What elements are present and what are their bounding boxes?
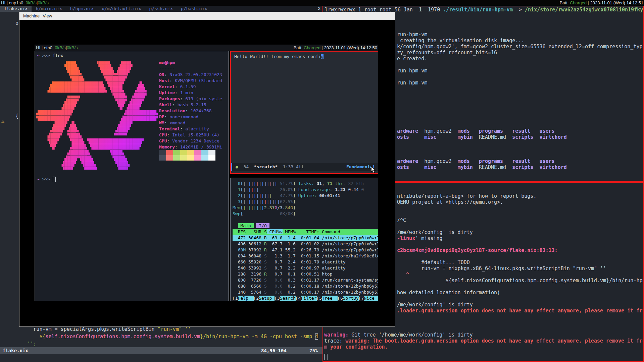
palette-cell (159, 155, 166, 161)
term-line: 472 30468 R 69.0 1.4 0:01.04 /nix/store/… (233, 235, 378, 241)
terminal-output-lines: run-hpm-vm creating the virtualisation d… (397, 32, 644, 170)
modeline-percent: 75% (309, 347, 318, 354)
term-line: -linux' missing (397, 235, 644, 241)
term-line: run-hpm-vm (397, 68, 644, 74)
editor-tab-bar: flake.nixh/main.nixh/hpm.nixu/m/default.… (0, 6, 323, 12)
nixos-logo: ▗▄▄▄ ▗▄▄▄▄ ▄▄▄▖ ▜███▙ ▜███▙ ▟███▛ ▜███▙ … (36, 59, 158, 173)
modeline-filename: flake.nix (3, 347, 28, 354)
term-line (397, 211, 644, 217)
term-line (397, 296, 644, 302)
vm-status-bar: HI | eth0: 0kB/s|0kB/s Batt: Charged | 2… (35, 45, 378, 51)
term-line: HI | eth0: 0kB/s|0kB/s (36, 45, 78, 51)
term-line: DE: none+xmonad (159, 114, 222, 120)
term-line (397, 284, 644, 290)
term-line: 808 7720 S 0.0 0.3 0:01.17 /run/current-… (233, 277, 378, 283)
menu-item-view[interactable]: View (43, 12, 52, 20)
term-line: Mem[||||||||2.37G/3.84G] (233, 205, 378, 211)
term-line: OS: NixOS 23.05.20231023 (159, 72, 222, 78)
vm-htop-window[interactable]: 0[||||||||||||| 51.7%] Tasks: 31, 71 thr… (230, 178, 378, 301)
qemu-window[interactable]: MachineView HI | eth0: 0kB/s|0kB/s Batt:… (19, 12, 395, 327)
editor-tab-u/m/default.nix[interactable]: u/m/default.nix (98, 6, 145, 12)
term-line: warning: Git tree '/home/me/work/config'… (324, 332, 644, 338)
term-line: osts misc mybin README.md scripts virtch… (397, 164, 644, 170)
htop-content[interactable]: 0[||||||||||||| 51.7%] Tasks: 31, 71 thr… (233, 181, 378, 301)
terminal-output-clipped: ntribute/report-a-bug> for how to report… (397, 193, 644, 314)
editor-tab-p/bash.nix[interactable]: p/bash.nix (177, 6, 211, 12)
palette-cell (194, 150, 201, 155)
term-line (397, 152, 644, 158)
vm-emacs-window[interactable]: Hello World!! from my emacs config ● 34 … (230, 51, 378, 174)
term-line (397, 98, 644, 104)
term-line: 288 3196 R 0.7 0.1 0:00.51 htop (233, 271, 378, 277)
terminal-warning-lines: warning: Git tree '/home/me/work/config'… (324, 332, 644, 350)
term-line: ardware hpm.qcow2 mods programs result u… (397, 158, 644, 164)
term-line (397, 241, 644, 247)
host-status-bar: HI | enp1s0: 0kB/s|0kB/s Batt: Charged |… (0, 0, 644, 6)
editor-stray-brace: { (15, 113, 18, 119)
term-line: CPU: Intel i5-8250U (4) (159, 132, 222, 138)
vm-battery-clock: Batt: Charged | 2023-11-01 (Wed) 14:12:5… (294, 45, 377, 51)
term-line: trace: warning: The boot.loader.grub.ver… (324, 338, 644, 344)
term-line: Batt: Charged | 2023-11-01 (Wed) 14:12:5… (560, 0, 643, 6)
term-line: e created. (397, 56, 644, 62)
terminal-cursor (324, 354, 328, 360)
editor-tab-h/main.nix[interactable]: h/main.nix (32, 6, 66, 12)
term-line: ~ >>> (37, 176, 56, 182)
palette-cell (187, 155, 194, 161)
editor-tab-flake.nix[interactable]: flake.nix (0, 6, 32, 12)
term-line (397, 205, 644, 211)
qemu-menubar: MachineView (19, 12, 395, 20)
close-icon[interactable]: X (318, 6, 320, 12)
menu-item-machine[interactable]: Machine (23, 12, 40, 20)
term-line: Kernel: 6.1.59 (159, 84, 222, 90)
term-line: Swp[ 0K/0K] (233, 211, 378, 217)
term-line: F1Help F2Setup F3SearchF4FilterF5Tree F6… (233, 295, 378, 301)
term-line: 1[|||||| 26.0%] Load average: 1.23 0.44 … (233, 187, 378, 193)
term-line (233, 217, 378, 223)
modeline-accent-bar (231, 163, 232, 171)
desktop: HI | enp1s0: 0kB/s|0kB/s Batt: Charged |… (0, 0, 644, 362)
emacs-buffer-text: Hello World!! from my emacs config (234, 54, 324, 60)
palette-cell (208, 155, 215, 161)
term-line: /me/work/config' is dirty (397, 229, 644, 235)
term-line: 688 6560 S 0.0 0.2 0:00.18 /nix/store/12… (233, 283, 378, 289)
term-line: run-vm = nixpkgs.x86_64-linux.pkgs.write… (397, 265, 644, 272)
term-line (397, 110, 644, 116)
term-line (397, 62, 644, 68)
shell-prompt[interactable]: ~ >>> (37, 176, 56, 182)
term-line: run-vm = specialArgs.pkgs.writeScriptBin… (0, 326, 323, 334)
editor-tab-p/ssh.nix[interactable]: p/ssh.nix (145, 6, 177, 12)
term-line: ${self.nixosConfigurations.hpm.config.sy… (0, 334, 323, 341)
term-line: 140 5764 S 0.0 0.2 0:00.17 /nix/store/12… (233, 289, 378, 295)
term-line: Batt: Charged | 2023-11-01 (Wed) 14:12:5… (294, 45, 377, 51)
mouse-pointer-icon (371, 166, 376, 173)
host-network-status: HI | enp1s0: 0kB/s|0kB/s (1, 0, 49, 6)
term-line: run-hpm-vm (397, 80, 644, 86)
term-line: WM: xmonad (159, 120, 222, 126)
term-line: /^C (397, 217, 644, 223)
term-line: ${self.nixosConfigurations.hpm.config.sy… (397, 278, 644, 284)
term-line: me@hpm (159, 60, 222, 66)
term-line: Terminal: alacritty (159, 126, 222, 132)
term-line: 660 55920 S 0.7 2.4 0:01.79 alacritty (233, 259, 378, 265)
host-battery-clock: Batt: Charged | 2023-11-01 (Wed) 14:12:5… (560, 0, 643, 6)
term-line: k/config/hpm.qcow2', fmt=qcow2 cluster_s… (397, 44, 644, 50)
term-line: #default... TODO (397, 259, 644, 265)
term-line: /me/work/config' is dirty (397, 302, 644, 308)
term-line: ~ >>> flex (37, 53, 63, 59)
term-line: .loader.grub.version option does not hav… (397, 308, 644, 314)
editor-code-area[interactable]: run-vm = specialArgs.pkgs.writeScriptBin… (0, 326, 323, 348)
term-line (397, 253, 644, 259)
term-line: osts misc mybin README.md scripts virtch… (397, 134, 644, 140)
term-line (397, 74, 644, 80)
term-line: how detailed location information) (397, 290, 644, 296)
term-line: GPU: Vendor 1234 Device (159, 138, 222, 144)
editor-tab-h/hpm.nix[interactable]: h/hpm.nix (66, 6, 98, 12)
term-line (397, 140, 644, 146)
term-line: creating the virtualisation disk image..… (397, 38, 644, 44)
term-line (397, 146, 644, 152)
term-line: Shell: bash 5.2.15 (159, 102, 222, 108)
vm-terminal-window[interactable]: ~ >>> flex ▗▄▄▄ ▗▄▄▄▄ ▄▄▄▖ ▜███▙ ▜███▙ ▟… (35, 51, 229, 301)
palette-cell (201, 150, 208, 155)
term-line (397, 122, 644, 128)
